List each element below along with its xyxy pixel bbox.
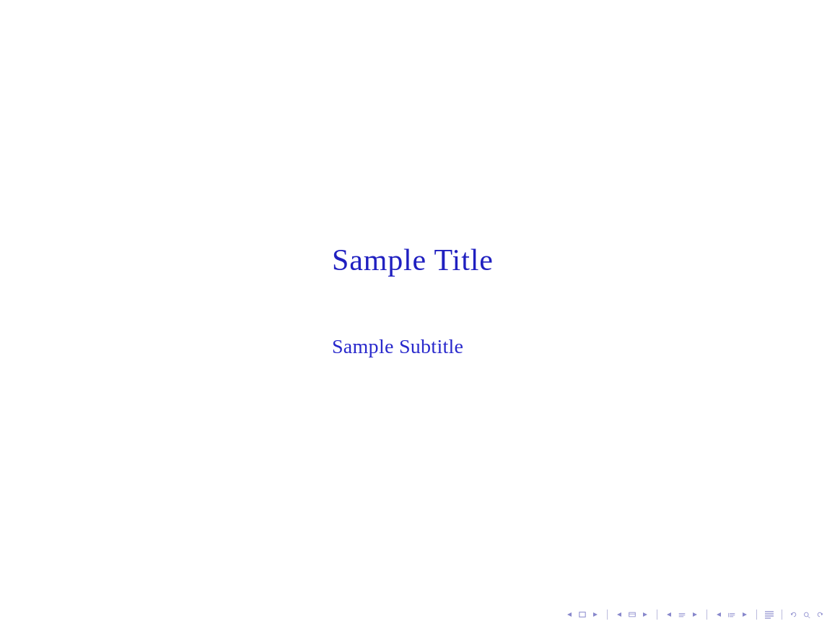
zoom-controls	[788, 610, 826, 620]
svg-marker-11	[693, 612, 697, 617]
nav-group-frame	[564, 610, 601, 620]
slide-container: Sample Title Sample Subtitle	[0, 0, 840, 629]
nav-prev-button[interactable]	[564, 610, 575, 620]
svg-line-24	[808, 616, 810, 618]
nav-lines2-next-button[interactable]	[739, 610, 751, 620]
separator-3	[706, 610, 707, 620]
nav-group-section	[613, 610, 651, 620]
nav-section-icon	[626, 610, 638, 620]
svg-marker-0	[567, 612, 572, 617]
svg-point-23	[804, 612, 808, 617]
nav-lines-prev-button[interactable]	[663, 610, 675, 620]
nav-frame-icon	[577, 610, 588, 620]
svg-marker-12	[717, 612, 721, 617]
svg-marker-2	[593, 612, 598, 617]
zoom-undo-button[interactable]	[788, 610, 800, 620]
svg-marker-7	[667, 612, 671, 617]
nav-section-next-button[interactable]	[639, 610, 651, 620]
svg-marker-25	[821, 614, 823, 616]
separator-5	[782, 610, 782, 620]
svg-rect-1	[579, 612, 585, 617]
nav-lines-next-button[interactable]	[689, 610, 701, 620]
slide-title: Sample Title	[332, 243, 494, 277]
zoom-redo-button[interactable]	[814, 610, 826, 620]
separator-4	[756, 610, 757, 620]
svg-marker-3	[617, 612, 621, 617]
svg-marker-22	[791, 614, 793, 616]
separator-2	[657, 610, 657, 620]
align-icon[interactable]	[763, 609, 776, 620]
zoom-fit-button[interactable]	[801, 610, 813, 620]
nav-lines2-prev-button[interactable]	[713, 610, 725, 620]
bottom-toolbar	[0, 600, 840, 629]
separator-1	[607, 610, 608, 620]
nav-next-button[interactable]	[590, 610, 601, 620]
svg-marker-6	[643, 612, 647, 617]
svg-marker-17	[743, 612, 747, 617]
nav-lines-icon	[676, 610, 688, 620]
slide-subtitle: Sample Subtitle	[332, 335, 463, 358]
nav-group-lines	[663, 610, 701, 620]
nav-group-lines2	[713, 610, 751, 620]
nav-section-prev-button[interactable]	[613, 610, 625, 620]
slide-content: Sample Title Sample Subtitle	[0, 0, 840, 600]
svg-rect-4	[629, 612, 636, 617]
nav-lines2-icon	[726, 610, 738, 620]
